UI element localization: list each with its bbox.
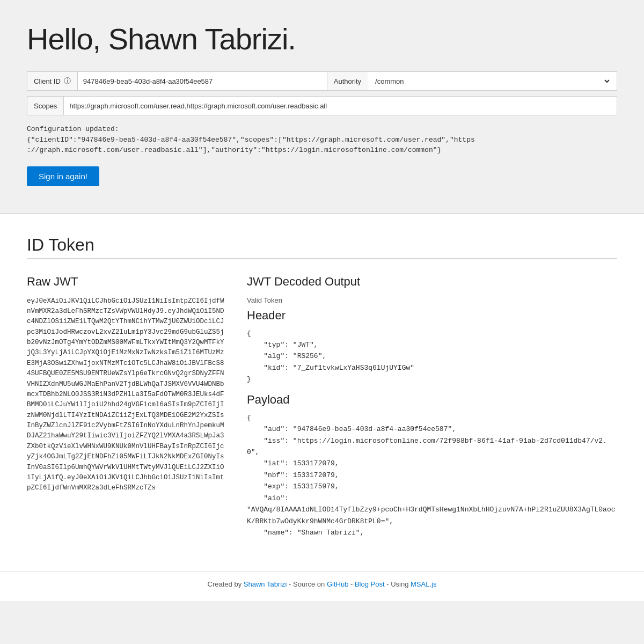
scopes-label: Scopes xyxy=(27,97,64,115)
raw-jwt-col: Raw JWT eyJ0eXAiOiJKV1QiLCJhbGciOiJSUzI1… xyxy=(27,275,225,494)
payload-json: { "aud": "947846e9-bea5-403d-a8f4-aa30f5… xyxy=(247,412,617,539)
footer-text-middle3: - Using xyxy=(385,580,411,588)
footer-text-middle2: - xyxy=(348,580,355,588)
sign-in-button[interactable]: Sign in again! xyxy=(27,166,99,186)
scopes-row: Scopes https://graph.microsoft.com/user.… xyxy=(27,96,617,115)
footer-author-link[interactable]: Shawn Tabrizi xyxy=(244,580,287,588)
raw-jwt-value: eyJ0eXAiOiJKV1QiLCJhbGciOiJSUzI1NiIsImtp… xyxy=(27,296,225,494)
client-id-row: Client ID ⓘ Authority /common /organizat… xyxy=(27,71,617,91)
footer-github-link[interactable]: GitHub xyxy=(327,580,348,588)
header-section-title: Header xyxy=(247,309,617,323)
raw-jwt-title: Raw JWT xyxy=(27,275,225,289)
authority-select-wrapper[interactable]: /common /organizations /consumers xyxy=(368,72,617,90)
decoded-output-title: JWT Decoded Output xyxy=(247,275,617,289)
footer-msal-link[interactable]: MSAL.js xyxy=(411,580,436,588)
valid-token-label: Valid Token xyxy=(247,296,617,304)
client-id-value[interactable] xyxy=(78,72,327,90)
authority-label: Authority xyxy=(327,72,368,90)
page-title: Hello, Shawn Tabrizi. xyxy=(27,21,617,56)
config-output: Configuration updated: {"clientID":"9478… xyxy=(27,124,617,156)
footer: Created by Shawn Tabrizi - Source on Git… xyxy=(0,571,644,601)
footer-blog-link[interactable]: Blog Post xyxy=(355,580,385,588)
bottom-section: ID Token Raw JWT eyJ0eXAiOiJKV1QiLCJhbGc… xyxy=(0,214,644,571)
header-json: { "typ": "JWT", "alg": "RS256", "kid": "… xyxy=(247,328,617,385)
authority-select[interactable]: /common /organizations /consumers xyxy=(373,77,611,86)
decoded-output-col: JWT Decoded Output Valid Token Header { … xyxy=(247,275,617,539)
footer-text-before: Created by xyxy=(208,580,244,588)
id-token-title: ID Token xyxy=(27,235,617,255)
id-token-divider xyxy=(27,258,617,259)
two-col-layout: Raw JWT eyJ0eXAiOiJKV1QiLCJhbGciOiJSUzI1… xyxy=(27,275,617,539)
payload-section-title: Payload xyxy=(247,393,617,407)
info-icon[interactable]: ⓘ xyxy=(64,76,71,86)
client-id-label: Client ID ⓘ xyxy=(27,72,78,90)
scopes-value: https://graph.microsoft.com/user.read,ht… xyxy=(64,97,617,115)
client-id-input[interactable] xyxy=(83,77,321,85)
footer-text-middle1: - Source on xyxy=(287,580,326,588)
